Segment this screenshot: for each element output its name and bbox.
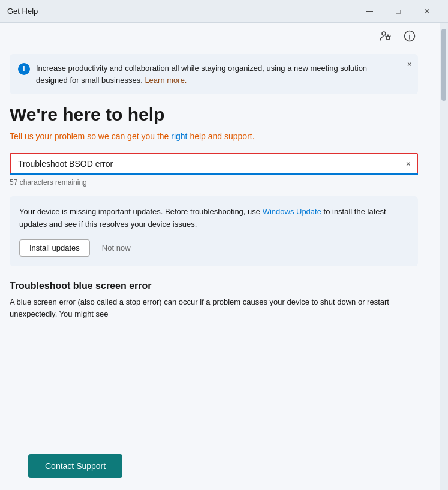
title-bar-left: Get Help [7,7,38,16]
minimize-button[interactable]: — [356,2,383,21]
search-clear-button[interactable]: × [406,159,411,169]
hero-subtitle: Tell us your problem so we can get you t… [10,131,418,141]
search-input-wrapper: × [10,153,418,175]
learn-more-link[interactable]: Learn more. [145,76,187,85]
title-bar: Get Help — □ ✕ [0,0,448,23]
svg-point-3 [409,34,410,35]
contact-support-button[interactable]: Contact Support [28,454,122,478]
troubleshoot-title: Troubleshoot blue screen error [10,281,418,291]
troubleshoot-section: Troubleshoot blue screen error A blue sc… [10,281,418,321]
troubleshoot-text: A blue screen error (also called a stop … [10,296,418,321]
scrollbar-track[interactable] [440,23,448,490]
window-controls: — □ ✕ [356,2,441,21]
not-now-button[interactable]: Not now [97,240,136,256]
maximize-button[interactable]: □ [384,2,412,21]
svg-point-0 [382,32,386,35]
alert-card: Your device is missing important updates… [10,196,418,266]
main-content: i Increase productivity and collaboratio… [0,23,448,490]
install-updates-button[interactable]: Install updates [19,239,90,257]
char-count: 57 characters remaining [10,178,418,187]
close-button[interactable]: ✕ [413,2,441,21]
info-banner: i Increase productivity and collaboratio… [10,54,418,94]
windows-update-link[interactable]: Windows Update [263,207,321,216]
profile-icon[interactable] [377,28,394,44]
content-area: i Increase productivity and collaboratio… [0,23,448,490]
search-input[interactable] [18,159,395,169]
hero-title: We're here to help [10,104,418,125]
close-banner-button[interactable]: × [407,60,412,68]
alert-card-text: Your device is missing important updates… [19,206,408,231]
top-toolbar [0,23,448,49]
page-body: We're here to help Tell us your problem … [0,104,448,333]
info-toolbar-icon[interactable] [401,28,418,44]
search-container: × [10,153,418,175]
scrollbar-thumb[interactable] [441,29,446,101]
alert-card-actions: Install updates Not now [19,239,408,257]
info-icon: i [18,63,30,75]
info-banner-text: Increase productivity and collaboration … [36,62,396,86]
app-title: Get Help [7,7,38,16]
